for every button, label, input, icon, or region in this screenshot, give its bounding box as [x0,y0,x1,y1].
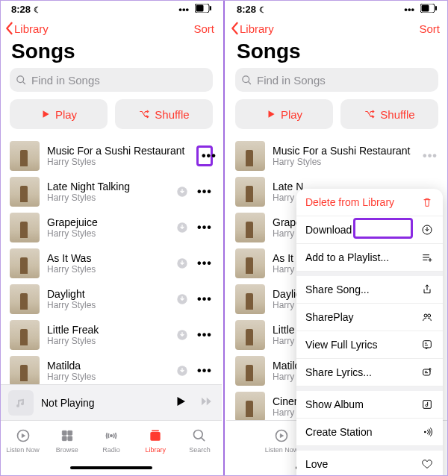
forward-control-icon[interactable] [198,395,214,411]
search-icon [241,75,252,86]
menu-item-share[interactable]: Share Song... [296,276,443,304]
now-playing-bar[interactable]: Not Playing [1,384,222,420]
play-button[interactable]: Play [235,99,333,129]
tab-radio[interactable]: Radio [89,421,133,460]
song-row[interactable]: MatildaHarry Styles••• [1,353,222,384]
album-art [235,141,265,171]
svg-rect-15 [68,436,72,440]
download-icon[interactable] [175,221,189,234]
back-button[interactable]: Library [229,22,274,35]
share-icon [420,284,434,295]
more-button[interactable]: ••• [196,145,213,166]
page-title: Songs [226,40,447,68]
song-title: Late Night Talking [47,181,168,192]
song-row[interactable]: Music For a Sushi RestaurantHarry Styles… [226,138,447,174]
svg-rect-28 [423,369,430,375]
menu-item-trash[interactable]: Delete from Library [296,189,443,216]
shuffle-label: Shuffle [155,108,189,121]
album-art [235,392,265,422]
search-icon [16,75,27,86]
song-artist: Harry Styles [47,157,189,167]
play-control-icon[interactable] [174,395,187,411]
sort-button[interactable]: Sort [193,22,214,35]
menu-item-album[interactable]: Show Album [296,391,443,419]
tab-label: Listen Now [6,446,40,454]
tab-label: Library [145,446,166,454]
song-row[interactable]: DaylightHarry Styles••• [1,281,222,317]
song-artist: Harry Styles [47,228,168,239]
song-artist: Harry Styles [47,336,168,346]
trash-icon [420,196,434,208]
more-button[interactable]: ••• [196,328,213,342]
more-button[interactable]: ••• [196,364,213,378]
song-row[interactable]: As It WasHarry Styles••• [1,245,222,281]
album-art [10,177,40,207]
menu-item-lyrics[interactable]: View Full Lyrics [296,331,443,359]
menu-item-station[interactable]: Create Station [296,419,443,446]
play-button[interactable]: Play [10,99,108,129]
sort-button[interactable]: Sort [419,22,440,35]
menu-item-playlist-add[interactable]: Add to a Playlist... [296,244,443,272]
song-artist: Harry Styles [47,264,168,275]
song-row[interactable]: Music For a Sushi RestaurantHarry Styles… [1,138,222,174]
tab-browse[interactable]: Browse [45,421,89,460]
song-title: Little Freak [47,324,168,336]
download-icon[interactable] [175,328,189,342]
cell-signal-icon: ••• [404,4,414,15]
download-icon[interactable] [175,185,189,198]
status-bar: 8:28 ☾ ••• [226,1,447,17]
album-art [10,213,40,242]
tab-search[interactable]: Search [178,421,222,460]
menu-item-label: Share Lyrics... [305,366,372,378]
back-label: Library [14,22,49,35]
battery-icon [420,3,437,15]
search-input[interactable]: Find in Songs [10,68,213,92]
shuffle-button[interactable]: Shuffle [340,99,438,129]
song-title: As It Was [47,252,168,264]
download-icon[interactable] [175,364,189,378]
shuffle-button[interactable]: Shuffle [115,99,213,129]
more-button[interactable]: ••• [196,292,213,306]
tab-library[interactable]: Library [134,421,178,460]
status-time: 8:28 [11,4,31,15]
now-playing-label: Not Playing [41,397,167,409]
menu-item-label: Share Song... [305,284,370,295]
moon-icon: ☾ [259,5,267,14]
battery-icon [195,3,211,15]
download-icon[interactable] [175,292,189,306]
lyrics-icon [420,339,434,351]
tab-listen-now[interactable]: Listen Now [1,421,45,460]
download-icon [420,224,434,236]
song-meta: As It WasHarry Styles [47,252,168,275]
menu-item-shareplay[interactable]: SharePlay [296,304,443,331]
song-row[interactable]: Little FreakHarry Styles••• [1,317,222,353]
menu-item-label: Add to a Playlist... [305,251,389,263]
album-art [235,248,265,278]
song-artist: Harry Styles [273,157,414,167]
tab-label: Radio [102,446,120,454]
shuffle-icon [364,109,376,119]
more-button[interactable]: ••• [196,257,213,270]
heart-icon [420,458,434,470]
more-button[interactable]: ••• [196,221,213,234]
album-art [10,356,40,384]
album-icon [420,398,434,410]
more-button[interactable]: ••• [196,185,213,198]
search-input[interactable]: Find in Songs [235,68,438,92]
nav-bar: Library Sort [1,17,222,40]
back-button[interactable]: Library [4,22,49,35]
menu-item-share-lyrics[interactable]: Share Lyrics... [296,359,443,386]
more-button[interactable]: ••• [422,149,438,163]
screenshot-divider [223,1,225,475]
svg-rect-2 [210,6,211,10]
song-meta: Little FreakHarry Styles [47,324,168,346]
song-title: Daylight [47,288,168,300]
menu-item-label: Create Station [305,426,373,438]
song-row[interactable]: Late Night TalkingHarry Styles••• [1,174,222,210]
song-row[interactable]: GrapejuiceHarry Styles••• [1,210,222,245]
menu-item-download[interactable]: Download [296,216,443,244]
menu-item-heart[interactable]: Love [296,451,443,475]
download-icon[interactable] [175,257,189,270]
svg-rect-14 [62,436,66,440]
station-icon [420,426,434,438]
